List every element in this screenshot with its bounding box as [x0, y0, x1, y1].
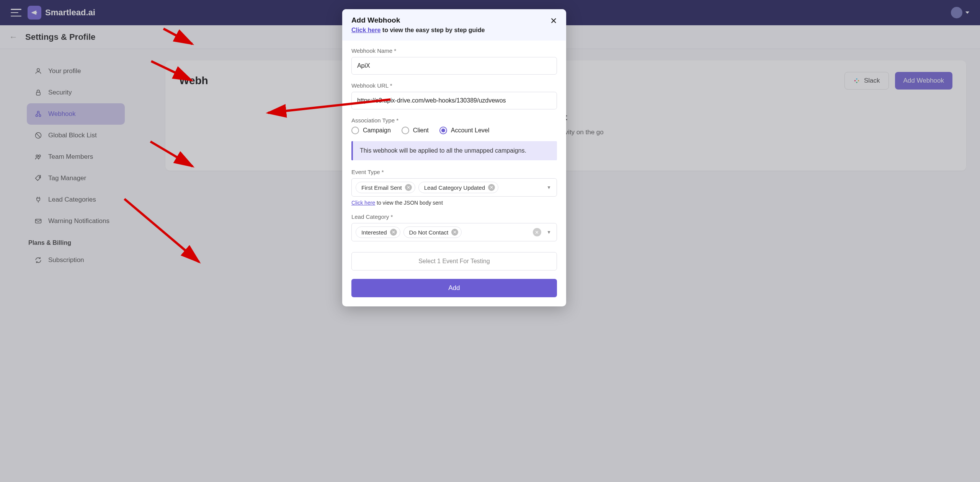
chip-remove-icon[interactable]: ✕ — [405, 184, 412, 191]
clear-all-icon[interactable]: ✕ — [533, 228, 541, 236]
lead-category-label: Lead Category * — [351, 213, 557, 220]
chip-remove-icon[interactable]: ✕ — [488, 184, 495, 191]
chip-interested: Interested✕ — [356, 226, 400, 238]
json-link[interactable]: Click here — [351, 200, 375, 206]
chevron-down-icon[interactable]: ▼ — [547, 230, 551, 235]
association-info-banner: This webhook will be applied to all the … — [351, 141, 557, 160]
webhook-name-label: Webhook Name * — [351, 47, 557, 54]
radio-campaign[interactable]: Campaign — [351, 127, 391, 134]
modal-title: Add Webhook — [351, 16, 485, 24]
webhook-url-input[interactable] — [351, 92, 557, 109]
chip-remove-icon[interactable]: ✕ — [390, 229, 397, 236]
chevron-down-icon[interactable]: ▼ — [547, 185, 551, 190]
chip-lead-category-updated: Lead Category Updated✕ — [418, 182, 498, 193]
association-type-label: Association Type * — [351, 117, 557, 124]
chip-do-not-contact: Do Not Contact✕ — [403, 226, 462, 238]
lead-category-select[interactable]: Interested✕ Do Not Contact✕ ✕ ▼ — [351, 223, 557, 241]
add-webhook-modal: Add Webhook Click here to view the easy … — [342, 9, 566, 306]
guide-link[interactable]: Click here — [351, 27, 381, 33]
chip-remove-icon[interactable]: ✕ — [451, 229, 458, 236]
radio-account-level[interactable]: Account Level — [439, 127, 490, 134]
add-button[interactable]: Add — [351, 279, 557, 297]
webhook-name-input[interactable] — [351, 57, 557, 75]
json-hint: Click here to view the JSON body sent — [351, 200, 557, 206]
close-icon[interactable]: ✕ — [550, 16, 557, 26]
modal-subtitle: Click here to view the easy step by step… — [351, 27, 485, 34]
select-test-event-button[interactable]: Select 1 Event For Testing — [351, 252, 557, 270]
event-type-select[interactable]: First Email Sent✕ Lead Category Updated✕… — [351, 178, 557, 197]
event-type-label: Event Type * — [351, 169, 557, 175]
association-type-radio-group: Campaign Client Account Level — [351, 127, 557, 134]
radio-client[interactable]: Client — [402, 127, 429, 134]
webhook-url-label: Webhook URL * — [351, 82, 557, 89]
chip-first-email-sent: First Email Sent✕ — [356, 182, 415, 193]
